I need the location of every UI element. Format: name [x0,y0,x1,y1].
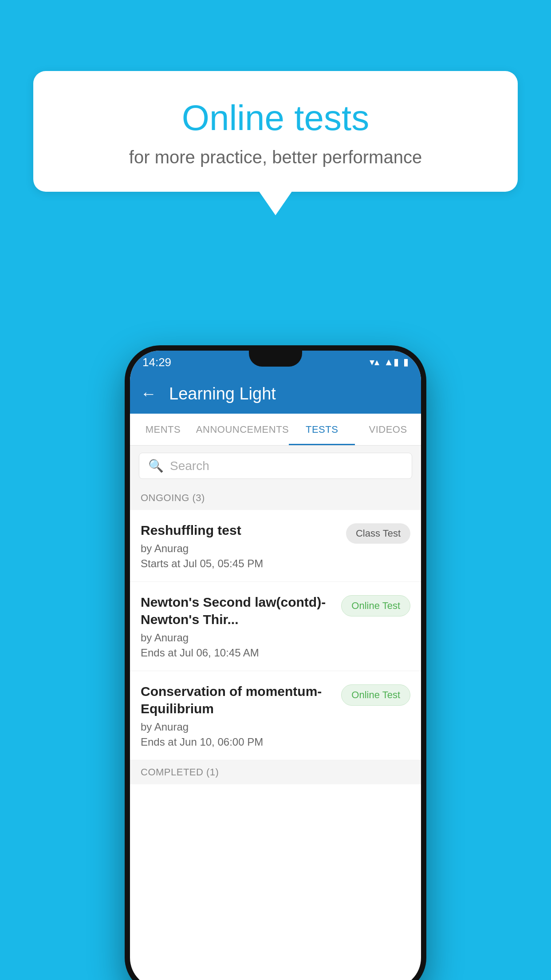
search-bar[interactable]: 🔍 Search [139,453,412,479]
test-time: Ends at Jun 10, 06:00 PM [141,736,334,748]
test-item[interactable]: Conservation of momentum-Equilibrium by … [130,671,421,760]
test-info: Newton's Second law(contd)-Newton's Thir… [141,593,334,659]
status-icons: ▾▴ ▲▮ ▮ [370,356,409,368]
wifi-icon: ▾▴ [370,356,379,368]
search-container: 🔍 Search [130,446,421,486]
speech-bubble-container: Online tests for more practice, better p… [33,71,518,215]
back-button[interactable]: ← [141,384,157,403]
test-time: Starts at Jul 05, 05:45 PM [141,557,339,570]
test-title: Newton's Second law(contd)-Newton's Thir… [141,593,334,628]
test-title: Reshuffling test [141,522,339,539]
app-bar: ← Learning Light [130,374,421,414]
test-badge: Online Test [341,684,410,706]
app-bar-title: Learning Light [169,384,276,403]
ongoing-section-header: ONGOING (3) [130,486,421,510]
signal-icon: ▲▮ [384,356,399,368]
test-item[interactable]: Newton's Second law(contd)-Newton's Thir… [130,582,421,671]
speech-bubble-title: Online tests [60,98,491,138]
tab-ments[interactable]: MENTS [130,414,196,445]
tests-list: Reshuffling test by Anurag Starts at Jul… [130,510,421,760]
ongoing-label: ONGOING (3) [141,492,205,503]
search-icon: 🔍 [148,458,164,473]
speech-bubble: Online tests for more practice, better p… [33,71,518,192]
test-author: by Anurag [141,632,334,644]
battery-icon: ▮ [403,356,409,368]
phone-notch [249,351,302,367]
test-info: Reshuffling test by Anurag Starts at Jul… [141,522,339,570]
search-input[interactable]: Search [170,459,209,473]
test-badge: Online Test [341,595,410,616]
tab-videos[interactable]: VIDEOS [355,414,421,445]
completed-section-header: COMPLETED (1) [130,760,421,784]
test-author: by Anurag [141,721,334,733]
phone-screen: 14:29 ▾▴ ▲▮ ▮ ← Learning Light MENTS ANN… [130,351,421,980]
phone-frame: 14:29 ▾▴ ▲▮ ▮ ← Learning Light MENTS ANN… [125,345,426,980]
speech-bubble-arrow [259,191,292,215]
test-author: by Anurag [141,542,339,555]
status-time: 14:29 [142,356,171,369]
test-title: Conservation of momentum-Equilibrium [141,683,334,717]
tab-announcements[interactable]: ANNOUNCEMENTS [196,414,289,445]
test-time: Ends at Jul 06, 10:45 AM [141,647,334,659]
tabs-container: MENTS ANNOUNCEMENTS TESTS VIDEOS [130,414,421,446]
completed-label: COMPLETED (1) [141,767,219,778]
tab-tests[interactable]: TESTS [289,414,355,445]
test-item[interactable]: Reshuffling test by Anurag Starts at Jul… [130,510,421,582]
speech-bubble-subtitle: for more practice, better performance [60,147,491,167]
test-badge: Class Test [346,523,410,544]
test-info: Conservation of momentum-Equilibrium by … [141,683,334,748]
